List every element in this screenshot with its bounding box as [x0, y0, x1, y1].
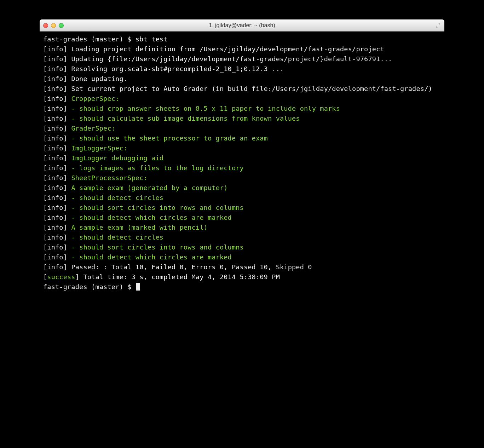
close-icon[interactable] [43, 23, 48, 28]
minimize-icon[interactable] [51, 23, 56, 28]
output-line: [info] Updating {file:/Users/jgilday/dev… [43, 54, 441, 64]
log-message: Passed: : Total 10, Failed 0, Errors 0, … [71, 263, 312, 271]
output-line: [info] - should detect circles [43, 232, 441, 242]
log-level-tag: info [47, 55, 63, 63]
log-message: - should detect circles [71, 194, 163, 201]
output-line: [info] A sample exam (generated by a com… [43, 183, 441, 193]
output-line: [info] ImgLogger debugging aid [43, 153, 441, 163]
output-line: [info] - logs images as files to the log… [43, 163, 441, 173]
log-level-tag: info [47, 134, 63, 142]
log-level-tag: info [47, 164, 63, 172]
log-message: - should detect which circles are marked [71, 214, 232, 221]
log-level-tag: success [47, 273, 75, 281]
log-level-tag: info [47, 214, 63, 221]
prompt: fast-grades (master) $ [43, 283, 136, 291]
output-line: [info] - should sort circles into rows a… [43, 203, 441, 213]
log-message: ImgLogger debugging aid [71, 154, 163, 162]
log-message: Updating {file:/Users/jgilday/developmen… [71, 55, 392, 63]
log-message: Set current project to Auto Grader (in b… [71, 85, 432, 92]
prompt-line: fast-grades (master) $ sbt test [43, 34, 441, 44]
log-level-tag: info [47, 224, 63, 231]
output-line: [info] CropperSpec: [43, 94, 441, 104]
output-line: [info] - should detect which circles are… [43, 213, 441, 223]
log-message: - should calculate sub image dimensions … [71, 115, 300, 122]
log-message: - should use the sheet processor to grad… [71, 134, 268, 142]
log-message: ImgLoggerSpec: [71, 144, 127, 152]
log-level-tag: info [47, 234, 63, 241]
output-line: [info] - should detect circles [43, 193, 441, 203]
log-level-tag: info [47, 65, 63, 73]
window-title: 1. jgilday@vader: ~ (bash) [209, 22, 275, 29]
log-message: - should crop answer sheets on 8.5 x 11 … [71, 105, 340, 112]
output-line: [info] - should sort circles into rows a… [43, 242, 441, 252]
log-message: SheetProcessorSpec: [71, 174, 147, 182]
log-message: A sample exam (generated by a computer) [71, 184, 227, 191]
log-message: - logs images as files to the log direct… [71, 164, 244, 172]
prompt-line: fast-grades (master) $ [43, 282, 441, 292]
log-level-tag: info [47, 154, 63, 162]
log-level-tag: info [47, 105, 63, 112]
output-line: [info] GraderSpec: [43, 124, 441, 133]
log-message: Done updating. [71, 75, 127, 82]
log-message: A sample exam (marked with pencil) [71, 224, 208, 231]
cursor-icon [136, 283, 140, 291]
log-level-tag: info [47, 45, 63, 53]
output-line: [info] A sample exam (marked with pencil… [43, 223, 441, 232]
log-level-tag: info [47, 85, 63, 92]
success-line: [success] Total time: 3 s, completed May… [43, 272, 441, 282]
output-line: [info] - should use the sheet processor … [43, 133, 441, 143]
log-message: - should sort circles into rows and colu… [71, 204, 244, 211]
log-level-tag: info [47, 243, 63, 251]
log-level-tag: info [47, 253, 63, 261]
command: sbt test [136, 35, 168, 43]
log-message: GraderSpec: [71, 125, 115, 132]
log-level-tag: info [47, 95, 63, 102]
output-line: [info] Done updating. [43, 74, 441, 84]
window-titlebar[interactable]: 1. jgilday@vader: ~ (bash) [40, 19, 444, 31]
output-line: [info] SheetProcessorSpec: [43, 173, 441, 183]
terminal-output[interactable]: fast-grades (master) $ sbt test[info] Lo… [40, 31, 444, 349]
log-level-tag: info [47, 194, 63, 201]
output-line: [info] - should calculate sub image dime… [43, 114, 441, 124]
output-line: [info] Set current project to Auto Grade… [43, 84, 441, 94]
log-message: CropperSpec: [71, 95, 119, 102]
output-line: [info] - should crop answer sheets on 8.… [43, 104, 441, 114]
traffic-lights [43, 23, 64, 28]
log-level-tag: info [47, 125, 63, 132]
terminal-window: 1. jgilday@vader: ~ (bash) fast-grades (… [40, 19, 444, 349]
fullscreen-icon[interactable] [435, 23, 441, 28]
log-message: Loading project definition from /Users/j… [71, 45, 384, 53]
output-line: [info] ImgLoggerSpec: [43, 143, 441, 153]
log-level-tag: info [47, 184, 63, 191]
log-message: Resolving org.scala-sbt#precompiled-2_10… [71, 65, 284, 73]
log-level-tag: info [47, 75, 63, 82]
log-level-tag: info [47, 144, 63, 152]
prompt: fast-grades (master) $ [43, 35, 136, 43]
zoom-icon[interactable] [59, 23, 64, 28]
log-message: - should detect which circles are marked [71, 253, 232, 261]
log-message: - should sort circles into rows and colu… [71, 243, 244, 251]
log-message: - should detect circles [71, 234, 163, 241]
log-level-tag: info [47, 174, 63, 182]
output-line: [info] - should detect which circles are… [43, 252, 441, 262]
log-level-tag: info [47, 204, 63, 211]
log-level-tag: info [47, 263, 63, 271]
log-level-tag: info [47, 115, 63, 122]
output-line: [info] Loading project definition from /… [43, 44, 441, 54]
output-line: [info] Passed: : Total 10, Failed 0, Err… [43, 262, 441, 272]
log-message: Total time: 3 s, completed May 4, 2014 5… [83, 273, 280, 281]
output-line: [info] Resolving org.scala-sbt#precompil… [43, 64, 441, 74]
